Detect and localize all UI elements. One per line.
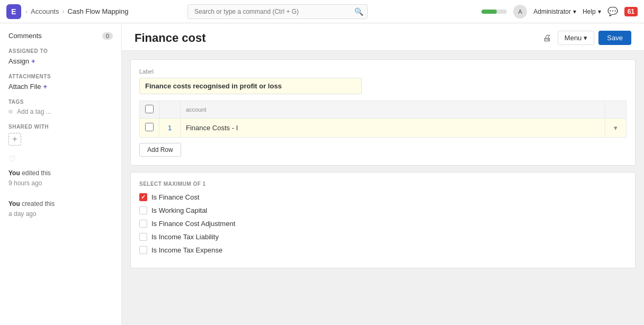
attach-plus-icon: +	[43, 83, 47, 91]
option-label: Is Income Tax Expense	[151, 246, 222, 254]
comments-section: Comments 0	[8, 32, 113, 40]
shared-with-section: SHARED WITH +	[8, 124, 113, 146]
print-button[interactable]: 🖨	[541, 31, 553, 45]
search-input[interactable]	[187, 4, 368, 19]
heart-icon[interactable]: ♡	[8, 154, 113, 164]
select-heading: SELECT MAXIMUM OF 1	[139, 181, 627, 187]
comments-badge: 0	[102, 32, 113, 40]
avatar: A	[513, 5, 527, 19]
table-action-header	[605, 101, 627, 119]
progress-track	[481, 10, 507, 14]
select-all-checkbox[interactable]	[145, 105, 154, 113]
option-label: Is Working Capital	[151, 206, 207, 214]
activity-log: You edited this 9 hours ago You created …	[8, 168, 113, 219]
header-actions: 🖨 Menu ▾ Save	[541, 31, 631, 45]
main-content: Finance cost 🖨 Menu ▾ Save Label	[122, 23, 644, 325]
page-header: Finance cost 🖨 Menu ▾ Save	[122, 23, 644, 51]
top-navigation: E › Accounts › Cash Flow Mapping 🔍 A Adm…	[0, 0, 644, 23]
label-input[interactable]	[139, 78, 362, 94]
help-chevron-icon: ▾	[598, 8, 601, 15]
accounts-table: account 1 Finance Costs - I ▾	[139, 101, 627, 138]
attachments-label: ATTACHMENTS	[8, 74, 113, 79]
menu-chevron-icon: ▾	[584, 34, 587, 42]
assign-button[interactable]: Assign +	[8, 57, 113, 65]
tag-dot-icon	[8, 110, 13, 114]
option-label: Is Finance Cost Adjustment	[151, 220, 235, 228]
breadcrumb-cash-flow[interactable]: Cash Flow Mapping	[67, 7, 128, 15]
activity-1: You edited this 9 hours ago	[8, 168, 113, 188]
attach-file-button[interactable]: Attach File +	[8, 83, 113, 91]
search-bar: 🔍	[187, 4, 368, 19]
admin-button[interactable]: Administrator ▾	[533, 8, 576, 15]
option-checkbox[interactable]	[139, 193, 147, 201]
activity-2: You created this a day ago	[8, 199, 113, 219]
form-area: Label account	[122, 51, 644, 283]
option-checkbox[interactable]	[139, 220, 147, 228]
row-checkbox-cell	[140, 119, 159, 138]
app-icon[interactable]: E	[6, 4, 21, 19]
option-row[interactable]: Is Income Tax Liability	[139, 233, 627, 241]
notification-badge[interactable]: 61	[624, 7, 638, 16]
option-checkbox[interactable]	[139, 246, 147, 254]
search-icon: 🔍	[354, 7, 363, 16]
progress-bar	[481, 10, 507, 14]
add-tag-button[interactable]: Add a tag ...	[8, 108, 113, 115]
row-chevron-cell[interactable]: ▾	[605, 119, 627, 138]
breadcrumb-chevron-1: ›	[25, 8, 28, 15]
breadcrumb-accounts[interactable]: Accounts	[31, 7, 59, 15]
assigned-to-section: ASSIGNED TO Assign +	[8, 48, 113, 65]
select-section-card: SELECT MAXIMUM OF 1 Is Finance CostIs Wo…	[130, 172, 636, 268]
shared-with-label: SHARED WITH	[8, 124, 113, 130]
table-num-header	[159, 101, 181, 119]
comments-label: Comments	[8, 32, 42, 40]
option-label: Is Finance Cost	[151, 193, 199, 201]
option-checkbox[interactable]	[139, 233, 147, 241]
option-row[interactable]: Is Income Tax Expense	[139, 246, 627, 254]
label-table-card: Label account	[130, 59, 636, 166]
progress-fill	[481, 10, 497, 14]
options-container: Is Finance CostIs Working CapitalIs Fina…	[139, 193, 627, 254]
table-row: 1 Finance Costs - I ▾	[140, 119, 627, 138]
row-account-cell: Finance Costs - I	[181, 119, 605, 138]
breadcrumb-chevron-2: ›	[62, 8, 64, 15]
notification-icon[interactable]: 💬	[607, 6, 618, 16]
option-row[interactable]: Is Finance Cost	[139, 193, 627, 201]
table-account-header: account	[181, 101, 605, 119]
page-title: Finance cost	[135, 31, 205, 45]
tags-section: TAGS Add a tag ...	[8, 99, 113, 115]
option-row[interactable]: Is Finance Cost Adjustment	[139, 220, 627, 228]
option-row[interactable]: Is Working Capital	[139, 206, 627, 214]
row-checkbox[interactable]	[145, 123, 154, 131]
attachments-section: ATTACHMENTS Attach File +	[8, 74, 113, 91]
page-container: Comments 0 ASSIGNED TO Assign + ATTACHME…	[0, 23, 644, 325]
option-label: Is Income Tax Liability	[151, 233, 219, 241]
sidebar: Comments 0 ASSIGNED TO Assign + ATTACHME…	[0, 23, 122, 325]
admin-chevron-icon: ▾	[573, 8, 576, 15]
save-button[interactable]: Save	[598, 31, 631, 45]
table-checkbox-header	[140, 101, 159, 119]
assigned-to-label: ASSIGNED TO	[8, 48, 113, 54]
breadcrumb: › Accounts › Cash Flow Mapping	[25, 7, 128, 15]
help-button[interactable]: Help ▾	[583, 8, 601, 15]
assign-plus-icon: +	[31, 57, 35, 65]
label-field-label: Label	[139, 68, 627, 75]
nav-right: A Administrator ▾ Help ▾ 💬 61	[481, 5, 638, 19]
add-row-button[interactable]: Add Row	[139, 143, 181, 157]
shared-plus-button[interactable]: +	[8, 133, 21, 146]
row-num-cell: 1	[159, 119, 181, 138]
tags-label: TAGS	[8, 99, 113, 105]
option-checkbox[interactable]	[139, 206, 147, 214]
menu-button[interactable]: Menu ▾	[558, 31, 595, 45]
